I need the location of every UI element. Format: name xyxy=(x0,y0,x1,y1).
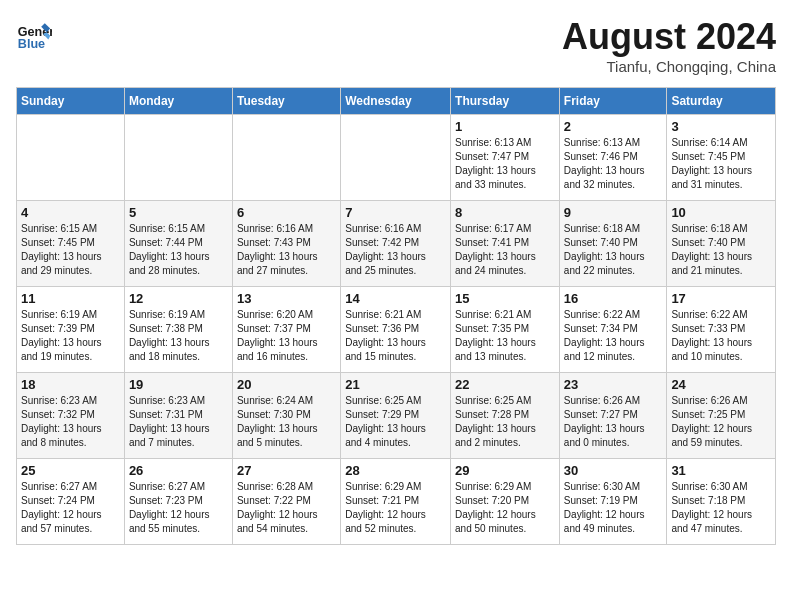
calendar-cell: 9Sunrise: 6:18 AM Sunset: 7:40 PM Daylig… xyxy=(559,201,667,287)
calendar-cell: 12Sunrise: 6:19 AM Sunset: 7:38 PM Dayli… xyxy=(124,287,232,373)
calendar-cell: 31Sunrise: 6:30 AM Sunset: 7:18 PM Dayli… xyxy=(667,459,776,545)
day-number: 19 xyxy=(129,377,228,392)
weekday-header: Wednesday xyxy=(341,88,451,115)
day-info: Sunrise: 6:24 AM Sunset: 7:30 PM Dayligh… xyxy=(237,394,336,450)
weekday-header-row: SundayMondayTuesdayWednesdayThursdayFrid… xyxy=(17,88,776,115)
calendar-cell: 2Sunrise: 6:13 AM Sunset: 7:46 PM Daylig… xyxy=(559,115,667,201)
day-number: 24 xyxy=(671,377,771,392)
day-number: 10 xyxy=(671,205,771,220)
day-number: 25 xyxy=(21,463,120,478)
day-number: 13 xyxy=(237,291,336,306)
calendar-cell: 21Sunrise: 6:25 AM Sunset: 7:29 PM Dayli… xyxy=(341,373,451,459)
day-number: 11 xyxy=(21,291,120,306)
month-title: August 2024 xyxy=(562,16,776,58)
day-info: Sunrise: 6:13 AM Sunset: 7:47 PM Dayligh… xyxy=(455,136,555,192)
day-info: Sunrise: 6:13 AM Sunset: 7:46 PM Dayligh… xyxy=(564,136,663,192)
calendar-cell: 20Sunrise: 6:24 AM Sunset: 7:30 PM Dayli… xyxy=(232,373,340,459)
calendar-week-row: 11Sunrise: 6:19 AM Sunset: 7:39 PM Dayli… xyxy=(17,287,776,373)
calendar-cell: 10Sunrise: 6:18 AM Sunset: 7:40 PM Dayli… xyxy=(667,201,776,287)
calendar-cell: 15Sunrise: 6:21 AM Sunset: 7:35 PM Dayli… xyxy=(451,287,560,373)
logo-icon: General Blue xyxy=(16,16,52,52)
calendar-cell: 28Sunrise: 6:29 AM Sunset: 7:21 PM Dayli… xyxy=(341,459,451,545)
day-number: 29 xyxy=(455,463,555,478)
day-info: Sunrise: 6:21 AM Sunset: 7:35 PM Dayligh… xyxy=(455,308,555,364)
day-info: Sunrise: 6:29 AM Sunset: 7:21 PM Dayligh… xyxy=(345,480,446,536)
day-number: 27 xyxy=(237,463,336,478)
day-number: 8 xyxy=(455,205,555,220)
day-number: 15 xyxy=(455,291,555,306)
day-number: 16 xyxy=(564,291,663,306)
day-number: 5 xyxy=(129,205,228,220)
calendar-cell xyxy=(341,115,451,201)
calendar-cell: 29Sunrise: 6:29 AM Sunset: 7:20 PM Dayli… xyxy=(451,459,560,545)
calendar-week-row: 25Sunrise: 6:27 AM Sunset: 7:24 PM Dayli… xyxy=(17,459,776,545)
day-info: Sunrise: 6:25 AM Sunset: 7:29 PM Dayligh… xyxy=(345,394,446,450)
day-number: 28 xyxy=(345,463,446,478)
weekday-header: Sunday xyxy=(17,88,125,115)
calendar-cell: 26Sunrise: 6:27 AM Sunset: 7:23 PM Dayli… xyxy=(124,459,232,545)
day-info: Sunrise: 6:22 AM Sunset: 7:34 PM Dayligh… xyxy=(564,308,663,364)
calendar-cell: 6Sunrise: 6:16 AM Sunset: 7:43 PM Daylig… xyxy=(232,201,340,287)
page-header: General Blue August 2024 Tianfu, Chongqi… xyxy=(16,16,776,75)
calendar-cell: 13Sunrise: 6:20 AM Sunset: 7:37 PM Dayli… xyxy=(232,287,340,373)
day-number: 12 xyxy=(129,291,228,306)
calendar-cell: 30Sunrise: 6:30 AM Sunset: 7:19 PM Dayli… xyxy=(559,459,667,545)
calendar-cell: 3Sunrise: 6:14 AM Sunset: 7:45 PM Daylig… xyxy=(667,115,776,201)
calendar-week-row: 1Sunrise: 6:13 AM Sunset: 7:47 PM Daylig… xyxy=(17,115,776,201)
weekday-header: Tuesday xyxy=(232,88,340,115)
day-info: Sunrise: 6:15 AM Sunset: 7:45 PM Dayligh… xyxy=(21,222,120,278)
weekday-header: Saturday xyxy=(667,88,776,115)
calendar-cell: 27Sunrise: 6:28 AM Sunset: 7:22 PM Dayli… xyxy=(232,459,340,545)
day-info: Sunrise: 6:27 AM Sunset: 7:24 PM Dayligh… xyxy=(21,480,120,536)
day-number: 21 xyxy=(345,377,446,392)
weekday-header: Thursday xyxy=(451,88,560,115)
day-number: 1 xyxy=(455,119,555,134)
day-info: Sunrise: 6:19 AM Sunset: 7:39 PM Dayligh… xyxy=(21,308,120,364)
day-info: Sunrise: 6:20 AM Sunset: 7:37 PM Dayligh… xyxy=(237,308,336,364)
day-info: Sunrise: 6:25 AM Sunset: 7:28 PM Dayligh… xyxy=(455,394,555,450)
day-number: 2 xyxy=(564,119,663,134)
day-info: Sunrise: 6:28 AM Sunset: 7:22 PM Dayligh… xyxy=(237,480,336,536)
day-info: Sunrise: 6:27 AM Sunset: 7:23 PM Dayligh… xyxy=(129,480,228,536)
calendar-cell: 17Sunrise: 6:22 AM Sunset: 7:33 PM Dayli… xyxy=(667,287,776,373)
day-number: 22 xyxy=(455,377,555,392)
day-number: 26 xyxy=(129,463,228,478)
day-info: Sunrise: 6:21 AM Sunset: 7:36 PM Dayligh… xyxy=(345,308,446,364)
day-number: 4 xyxy=(21,205,120,220)
calendar-cell: 23Sunrise: 6:26 AM Sunset: 7:27 PM Dayli… xyxy=(559,373,667,459)
day-number: 6 xyxy=(237,205,336,220)
calendar-cell xyxy=(232,115,340,201)
calendar-cell: 14Sunrise: 6:21 AM Sunset: 7:36 PM Dayli… xyxy=(341,287,451,373)
day-info: Sunrise: 6:23 AM Sunset: 7:32 PM Dayligh… xyxy=(21,394,120,450)
day-number: 9 xyxy=(564,205,663,220)
day-number: 17 xyxy=(671,291,771,306)
day-info: Sunrise: 6:23 AM Sunset: 7:31 PM Dayligh… xyxy=(129,394,228,450)
day-info: Sunrise: 6:26 AM Sunset: 7:27 PM Dayligh… xyxy=(564,394,663,450)
day-info: Sunrise: 6:30 AM Sunset: 7:19 PM Dayligh… xyxy=(564,480,663,536)
day-number: 20 xyxy=(237,377,336,392)
day-info: Sunrise: 6:19 AM Sunset: 7:38 PM Dayligh… xyxy=(129,308,228,364)
day-info: Sunrise: 6:26 AM Sunset: 7:25 PM Dayligh… xyxy=(671,394,771,450)
day-info: Sunrise: 6:18 AM Sunset: 7:40 PM Dayligh… xyxy=(564,222,663,278)
calendar-cell: 25Sunrise: 6:27 AM Sunset: 7:24 PM Dayli… xyxy=(17,459,125,545)
day-info: Sunrise: 6:30 AM Sunset: 7:18 PM Dayligh… xyxy=(671,480,771,536)
calendar-cell: 18Sunrise: 6:23 AM Sunset: 7:32 PM Dayli… xyxy=(17,373,125,459)
day-number: 31 xyxy=(671,463,771,478)
day-number: 30 xyxy=(564,463,663,478)
day-number: 14 xyxy=(345,291,446,306)
calendar-week-row: 4Sunrise: 6:15 AM Sunset: 7:45 PM Daylig… xyxy=(17,201,776,287)
calendar-week-row: 18Sunrise: 6:23 AM Sunset: 7:32 PM Dayli… xyxy=(17,373,776,459)
calendar-cell xyxy=(124,115,232,201)
calendar-cell: 4Sunrise: 6:15 AM Sunset: 7:45 PM Daylig… xyxy=(17,201,125,287)
day-number: 18 xyxy=(21,377,120,392)
day-info: Sunrise: 6:14 AM Sunset: 7:45 PM Dayligh… xyxy=(671,136,771,192)
day-info: Sunrise: 6:29 AM Sunset: 7:20 PM Dayligh… xyxy=(455,480,555,536)
location: Tianfu, Chongqing, China xyxy=(562,58,776,75)
logo: General Blue xyxy=(16,16,52,52)
day-info: Sunrise: 6:15 AM Sunset: 7:44 PM Dayligh… xyxy=(129,222,228,278)
weekday-header: Friday xyxy=(559,88,667,115)
day-info: Sunrise: 6:16 AM Sunset: 7:42 PM Dayligh… xyxy=(345,222,446,278)
calendar-cell: 1Sunrise: 6:13 AM Sunset: 7:47 PM Daylig… xyxy=(451,115,560,201)
calendar-cell: 16Sunrise: 6:22 AM Sunset: 7:34 PM Dayli… xyxy=(559,287,667,373)
day-number: 23 xyxy=(564,377,663,392)
